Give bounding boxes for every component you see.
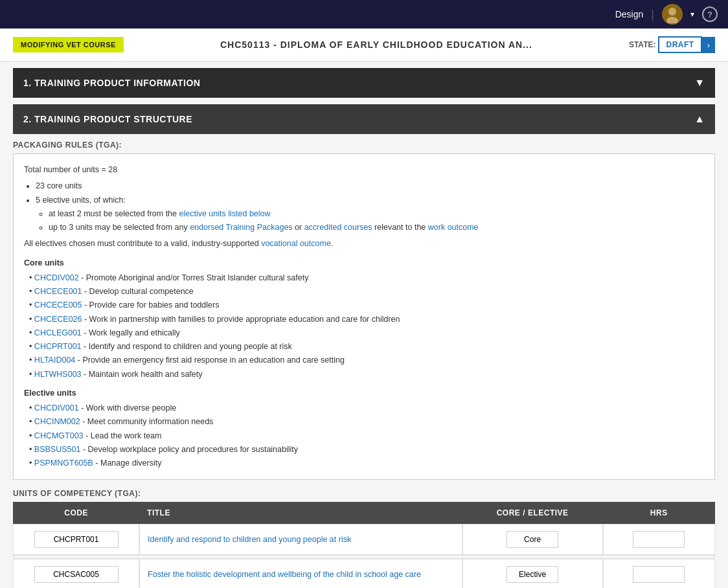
section-1-title: 1. TRAINING PRODUCT INFORMATION bbox=[23, 78, 200, 88]
elective-unit-item: • CHCMGT003 - Lead the work team bbox=[24, 429, 704, 443]
uoc-core-elective-cell bbox=[462, 559, 603, 588]
hrs-input[interactable] bbox=[633, 566, 685, 583]
col-header-title: TITLE bbox=[139, 502, 462, 524]
uoc-title-cell: Foster the holistic development and well… bbox=[139, 559, 462, 588]
core-unit-item: • CHCECE005 - Provide care for babies an… bbox=[24, 299, 704, 312]
uoc-title-cell: Identify and respond to children and you… bbox=[139, 524, 462, 555]
core-units-subtitle: Core units bbox=[24, 256, 704, 270]
section-1-collapse-icon: ▼ bbox=[694, 77, 705, 89]
elective-unit-item: • CHCINM002 - Meet community information… bbox=[24, 415, 704, 429]
vocational-outcome-link[interactable]: vocational outcome bbox=[261, 239, 331, 248]
col-header-code: CODE bbox=[13, 502, 139, 524]
uoc-code-cell bbox=[13, 524, 139, 555]
uoc-core-elective-cell bbox=[462, 524, 603, 555]
uoc-title-link[interactable]: Identify and respond to children and you… bbox=[148, 535, 351, 544]
elective-unit-item: • CHCDIV001 - Work with diverse people bbox=[24, 401, 704, 415]
uoc-hrs-cell bbox=[603, 559, 715, 588]
uoc-title-link[interactable]: Foster the holistic development and well… bbox=[148, 570, 421, 579]
uoc-table-header-row: CODE TITLE CORE / ELECTIVE HRS bbox=[13, 502, 715, 524]
course-title: CHC50113 - DIPLOMA OF EARLY CHILDHOOD ED… bbox=[134, 40, 619, 50]
core-unit-item: • HLTAID004 - Provide an emergency first… bbox=[24, 354, 704, 367]
top-navigation: Design | ▾ ? bbox=[0, 0, 728, 28]
col-header-hrs: HRS bbox=[603, 502, 715, 524]
col-header-core-elective: CORE / ELECTIVE bbox=[462, 502, 603, 524]
uoc-table: CODE TITLE CORE / ELECTIVE HRS Identify … bbox=[13, 502, 715, 588]
unit-code-link[interactable]: CHCECE026 bbox=[34, 315, 82, 324]
unit-code-link[interactable]: CHCDIV001 bbox=[34, 403, 79, 413]
core-unit-item: • CHCDIV002 - Promote Aboriginal and/or … bbox=[24, 271, 704, 285]
state-arrow-button[interactable]: › bbox=[702, 37, 715, 53]
sub-bullet-2: up to 3 units may be selected from any e… bbox=[49, 221, 704, 234]
unit-code-link[interactable]: CHCDIV002 bbox=[34, 273, 79, 282]
uoc-hrs-cell bbox=[603, 524, 715, 555]
unit-code-link[interactable]: CHCLEG001 bbox=[34, 328, 82, 337]
bullet-core-units: 23 core units bbox=[36, 179, 704, 193]
uoc-code-cell bbox=[13, 559, 139, 588]
code-input[interactable] bbox=[34, 531, 119, 548]
unit-code-link[interactable]: CHCECE001 bbox=[34, 287, 82, 296]
hrs-input[interactable] bbox=[633, 531, 685, 548]
core-units-list: • CHCDIV002 - Promote Aboriginal and/or … bbox=[24, 271, 704, 381]
section-1-header[interactable]: 1. TRAINING PRODUCT INFORMATION ▼ bbox=[13, 68, 715, 98]
unit-code-link[interactable]: CHCPRT001 bbox=[34, 342, 82, 351]
help-button[interactable]: ? bbox=[702, 6, 718, 22]
elective-unit-item: • PSPMNGT605B - Manage diversity bbox=[24, 457, 704, 470]
total-units: Total number of units = 28 bbox=[24, 163, 704, 177]
unit-code-link[interactable]: CHCMGT003 bbox=[34, 431, 84, 440]
svg-point-1 bbox=[666, 17, 678, 23]
state-container: STATE: DRAFT › bbox=[629, 36, 715, 53]
core-unit-item: • CHCLEG001 - Work legally and ethically bbox=[24, 326, 704, 340]
state-label: STATE: bbox=[629, 40, 656, 49]
state-badge: DRAFT bbox=[658, 36, 701, 53]
core-elective-input[interactable] bbox=[506, 531, 558, 548]
unit-code-link[interactable]: PSPMNGT605B bbox=[34, 458, 93, 468]
svg-point-0 bbox=[668, 8, 676, 16]
unit-code-link[interactable]: HLTWHS003 bbox=[34, 370, 82, 379]
section-2-title: 2. TRAINING PRODUCT STRUCTURE bbox=[23, 114, 192, 124]
sub-bullet-1: at least 2 must be selected from the ele… bbox=[49, 207, 704, 221]
design-label: Design bbox=[615, 9, 644, 19]
elective-unit-item: • BSBSUS501 - Develop workplace policy a… bbox=[24, 443, 704, 457]
avatar[interactable] bbox=[662, 4, 683, 25]
sub-bullet-1-text: at least 2 must be selected from the ele… bbox=[49, 209, 271, 218]
unit-code-link[interactable]: CHCECE005 bbox=[34, 300, 82, 310]
elective-units-subtitle: Elective units bbox=[24, 387, 704, 400]
sub-bullet-2-text: up to 3 units may be selected from any e… bbox=[49, 223, 479, 232]
accredited-courses-link[interactable]: accredited courses bbox=[304, 223, 372, 232]
unit-code-link[interactable]: BSBSUS501 bbox=[34, 445, 81, 454]
modifying-badge: MODIFYING VET COURSE bbox=[13, 37, 124, 52]
unit-code-link[interactable]: HLTAID004 bbox=[34, 356, 75, 365]
endorsed-packages-link[interactable]: endorsed Training Packages bbox=[190, 223, 292, 232]
avatar-chevron-icon[interactable]: ▾ bbox=[690, 10, 694, 19]
core-unit-item: • CHCECE001 - Develop cultural competenc… bbox=[24, 285, 704, 299]
elective-units-link[interactable]: elective units listed below bbox=[179, 209, 271, 218]
section-2-header[interactable]: 2. TRAINING PRODUCT STRUCTURE ▲ bbox=[13, 104, 715, 134]
all-electives-note: All electives chosen must contribute to … bbox=[24, 237, 704, 251]
header-bar: MODIFYING VET COURSE CHC50113 - DIPLOMA … bbox=[0, 28, 728, 62]
elective-units-list: • CHCDIV001 - Work with diverse people• … bbox=[24, 401, 704, 470]
main-content: 1. TRAINING PRODUCT INFORMATION ▼ 2. TRA… bbox=[0, 68, 728, 588]
unit-code-link[interactable]: CHCINM002 bbox=[34, 417, 80, 426]
nav-divider: | bbox=[651, 8, 654, 21]
table-row: Identify and respond to children and you… bbox=[13, 524, 715, 555]
uoc-label: UNITS OF COMPETENCY (TGA): bbox=[13, 480, 715, 502]
code-input[interactable] bbox=[34, 566, 119, 583]
core-unit-item: • HLTWHS003 - Maintain work health and s… bbox=[24, 368, 704, 381]
bullet-elective-units: 5 elective units, of which: at least 2 m… bbox=[36, 194, 704, 235]
work-outcome-link[interactable]: work outcome bbox=[428, 223, 479, 232]
packaging-rules-label: PACKAGING RULES (TGA): bbox=[13, 134, 715, 153]
core-unit-item: • CHCECE026 - Work in partnership with f… bbox=[24, 313, 704, 326]
section-2-collapse-icon: ▲ bbox=[694, 113, 705, 125]
core-elective-input[interactable] bbox=[506, 566, 558, 583]
table-row: Foster the holistic development and well… bbox=[13, 559, 715, 588]
core-unit-item: • CHCPRT001 - Identify and respond to ch… bbox=[24, 340, 704, 354]
packaging-rules-box: Total number of units = 28 23 core units… bbox=[13, 153, 715, 480]
